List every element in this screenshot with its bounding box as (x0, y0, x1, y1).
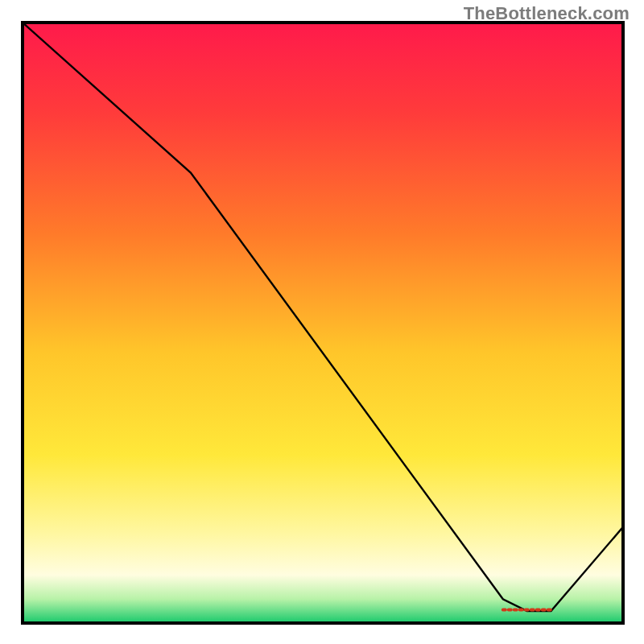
plot-background (23, 23, 623, 623)
chart-stage: TheBottleneck.com (0, 0, 644, 644)
watermark-text: TheBottleneck.com (464, 3, 630, 24)
line-chart (0, 0, 644, 644)
